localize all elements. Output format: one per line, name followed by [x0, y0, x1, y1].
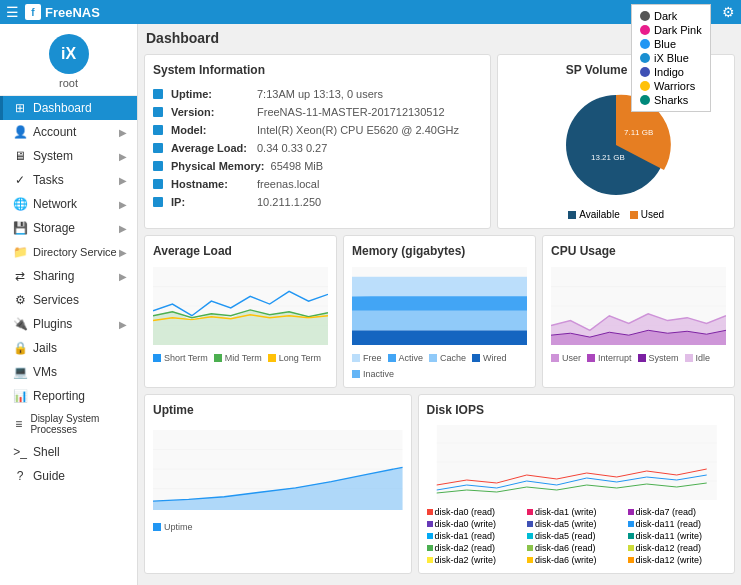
avatar: iX — [49, 34, 89, 74]
volume-legend: Available Used — [568, 209, 664, 220]
available-label: Available — [579, 209, 619, 220]
sidebar-label-processes: Display System Processes — [30, 413, 127, 435]
sidebar-item-network[interactable]: 🌐 Network ▶ — [0, 192, 137, 216]
sidebar-label-tasks: Tasks — [33, 173, 64, 187]
avgload-legend: Short Term Mid Term Long Term — [153, 353, 328, 363]
sysinfo-memory: Physical Memory: 65498 MiB — [153, 157, 482, 175]
used-label: Used — [641, 209, 664, 220]
gear-button[interactable]: ⚙ — [722, 4, 735, 20]
sidebar-item-plugins[interactable]: 🔌 Plugins ▶ — [0, 312, 137, 336]
theme-dark[interactable]: Dark — [640, 9, 702, 23]
sysinfo-dot-7 — [153, 197, 163, 207]
sysinfo-model: Model: Intel(R) Xeon(R) CPU E5620 @ 2.40… — [153, 121, 482, 139]
sidebar-item-services[interactable]: ⚙ Services — [0, 288, 137, 312]
svg-rect-27 — [436, 425, 716, 500]
sidebar-label-storage: Storage — [33, 221, 75, 235]
avgload-chart — [153, 266, 328, 346]
storage-icon: 💾 — [13, 221, 27, 235]
theme-dropdown[interactable]: Dark Dark Pink Blue iX Blue Indigo — [631, 4, 711, 112]
sysinfo-dot-2 — [153, 107, 163, 117]
svg-marker-13 — [352, 311, 527, 330]
plugins-arrow: ▶ — [119, 319, 127, 330]
topbar-left: ☰ f FreeNAS — [6, 4, 100, 20]
midterm-dot — [214, 354, 222, 362]
sidebar: iX root ⊞ Dashboard 👤 Account ▶ 🖥 — [0, 24, 138, 585]
diskiops-title: Disk IOPS — [427, 403, 726, 417]
cpu-chart — [551, 266, 726, 346]
svg-text:13.21 GB: 13.21 GB — [591, 153, 625, 162]
sidebar-label-services: Services — [33, 293, 79, 307]
services-icon: ⚙ — [13, 293, 27, 307]
memory-title: Memory (gigabytes) — [352, 244, 527, 258]
theme-warriors[interactable]: Warriors — [640, 79, 702, 93]
memory-legend: Free Active Cache Wired — [352, 353, 527, 379]
storage-arrow: ▶ — [119, 223, 127, 234]
sysinfo-avgload: Average Load: 0.34 0.33 0.27 — [153, 139, 482, 157]
sidebar-item-guide[interactable]: ? Guide — [0, 464, 137, 488]
sidebar-label-reporting: Reporting — [33, 389, 85, 403]
sysinfo-dot-3 — [153, 125, 163, 135]
system-info-card: System Information Uptime: 7:13AM up 13:… — [144, 54, 491, 229]
avgload-title: Average Load — [153, 244, 328, 258]
tasks-arrow: ▶ — [119, 175, 127, 186]
system-icon: 🖥 — [13, 149, 27, 163]
sysinfo-uptime: Uptime: 7:13AM up 13:13, 0 users — [153, 85, 482, 103]
processes-icon: ≡ — [13, 417, 24, 431]
sidebar-item-vms[interactable]: 💻 VMs — [0, 360, 137, 384]
sidebar-label-network: Network — [33, 197, 77, 211]
sidebar-item-shell[interactable]: >_ Shell — [0, 440, 137, 464]
sidebar-item-jails[interactable]: 🔒 Jails — [0, 336, 137, 360]
longterm-dot — [268, 354, 276, 362]
sidebar-label-plugins: Plugins — [33, 317, 72, 331]
diskiops-chart — [427, 425, 726, 500]
sidebar-label-system: System — [33, 149, 73, 163]
svg-marker-15 — [352, 277, 527, 296]
sidebar-label-vms: VMs — [33, 365, 57, 379]
sidebar-item-account[interactable]: 👤 Account ▶ — [0, 120, 137, 144]
sidebar-item-tasks[interactable]: ✓ Tasks ▶ — [0, 168, 137, 192]
diskiops-card: Disk IOPS disk-da0 (read) disk-da1 (writ… — [418, 394, 735, 574]
vms-icon: 💻 — [13, 365, 27, 379]
sysinfo-dot-5 — [153, 161, 163, 171]
sysinfo-ip: IP: 10.211.1.250 — [153, 193, 482, 211]
username: root — [59, 77, 78, 89]
uptime-title: Uptime — [153, 403, 403, 417]
sidebar-item-dashboard[interactable]: ⊞ Dashboard — [0, 96, 137, 120]
cpu-legend: User Interrupt System Idle — [551, 353, 726, 363]
main-layout: iX root ⊞ Dashboard 👤 Account ▶ 🖥 — [0, 24, 741, 585]
sysinfo-dot — [153, 89, 163, 99]
cpu-title: CPU Usage — [551, 244, 726, 258]
uptime-legend: Uptime — [153, 522, 403, 532]
sharing-arrow: ▶ — [119, 271, 127, 282]
theme-sharks[interactable]: Sharks — [640, 93, 702, 107]
sidebar-item-sharing[interactable]: ⇄ Sharing ▶ — [0, 264, 137, 288]
hamburger-icon[interactable]: ☰ — [6, 4, 19, 20]
sidebar-item-storage[interactable]: 💾 Storage ▶ — [0, 216, 137, 240]
svg-marker-14 — [352, 294, 527, 311]
uptime-chart — [153, 425, 403, 515]
used-dot — [630, 211, 638, 219]
sidebar-item-system[interactable]: 🖥 System ▶ — [0, 144, 137, 168]
plugins-icon: 🔌 — [13, 317, 27, 331]
sidebar-item-directory[interactable]: 📁 Directory Service ▶ — [0, 240, 137, 264]
theme-indigo[interactable]: Indigo — [640, 65, 702, 79]
avgload-card: Average Load — [144, 235, 337, 388]
theme-blue[interactable]: Blue — [640, 37, 702, 51]
svg-marker-12 — [352, 330, 527, 345]
memory-chart — [352, 266, 527, 346]
sidebar-item-display-processes[interactable]: ≡ Display System Processes — [0, 408, 137, 440]
guide-icon: ? — [13, 469, 27, 483]
theme-ixblue[interactable]: iX Blue — [640, 51, 702, 65]
theme-darkpink[interactable]: Dark Pink — [640, 23, 702, 37]
dashboard-icon: ⊞ — [13, 101, 27, 115]
directory-arrow: ▶ — [119, 247, 127, 258]
uptime-card: Uptime Uptime — [144, 394, 412, 574]
sysinfo-dot-4 — [153, 143, 163, 153]
directory-icon: 📁 — [13, 245, 27, 259]
sidebar-label-directory: Directory Service — [33, 246, 117, 258]
sidebar-item-reporting[interactable]: 📊 Reporting — [0, 384, 137, 408]
app-logo: f FreeNAS — [25, 4, 100, 20]
avatar-text: iX — [61, 45, 76, 63]
reporting-icon: 📊 — [13, 389, 27, 403]
cpu-card: CPU Usage — [542, 235, 735, 388]
